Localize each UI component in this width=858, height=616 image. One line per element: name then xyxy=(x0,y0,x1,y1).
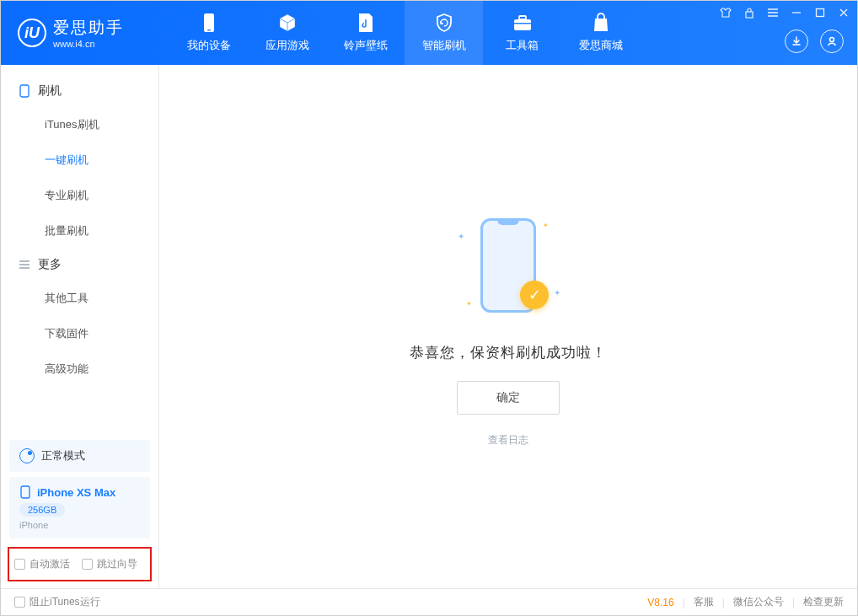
shopping-bag-icon xyxy=(591,13,611,33)
sidebar: 刷机 iTunes刷机 一键刷机 专业刷机 批量刷机 更多 其他工具 下载固件 … xyxy=(1,65,159,588)
normal-mode-icon xyxy=(19,448,35,463)
checkbox-auto-activate[interactable]: 自动激活 xyxy=(14,557,70,571)
support-link[interactable]: 客服 xyxy=(694,595,714,609)
view-log-link[interactable]: 查看日志 xyxy=(488,433,528,447)
more-icon xyxy=(18,258,31,271)
flash-options-row: 自动激活 跳过向导 xyxy=(8,547,152,581)
window-controls xyxy=(719,6,850,19)
footer-right: V8.16 | 客服 | 微信公众号 | 检查更新 xyxy=(647,595,844,609)
check-update-link[interactable]: 检查更新 xyxy=(803,595,844,609)
checkbox-skip-guide[interactable]: 跳过向导 xyxy=(82,557,137,571)
sparkle-icon: ✦ xyxy=(554,288,560,297)
sparkle-icon: ✦ xyxy=(466,300,472,308)
tab-apps-games[interactable]: 应用游戏 xyxy=(248,1,326,65)
checkbox-icon xyxy=(14,597,25,608)
sidebar-group-flash: 刷机 xyxy=(1,75,158,107)
checkmark-badge-icon: ✓ xyxy=(520,281,549,309)
svg-rect-2 xyxy=(514,19,531,30)
tab-ringtone-wallpaper[interactable]: 铃声壁纸 xyxy=(326,1,405,65)
tab-toolbox[interactable]: 工具箱 xyxy=(483,1,561,65)
device-name: iPhone XS Max xyxy=(37,486,115,499)
checkbox-icon xyxy=(14,559,25,570)
sidebar-item-download-firmware[interactable]: 下载固件 xyxy=(1,316,158,351)
tab-label: 工具箱 xyxy=(506,38,539,53)
divider: | xyxy=(683,597,685,608)
tab-label: 爱思商城 xyxy=(579,38,623,53)
wechat-link[interactable]: 微信公众号 xyxy=(733,595,784,609)
sidebar-group-more: 更多 xyxy=(1,249,158,281)
divider: | xyxy=(722,597,725,608)
device-storage-badge: 256GB xyxy=(19,503,65,517)
device-mode-row[interactable]: 正常模式 xyxy=(9,440,150,472)
checkbox-block-itunes[interactable]: 阻止iTunes运行 xyxy=(14,595,100,609)
success-illustration: ✦ ✦ ✦ ✦ ✓ xyxy=(432,206,584,324)
device-type: iPhone xyxy=(19,520,140,530)
shield-refresh-icon xyxy=(434,13,454,33)
user-icon[interactable] xyxy=(820,29,844,53)
lock-icon[interactable] xyxy=(743,6,756,19)
sidebar-item-advanced[interactable]: 高级功能 xyxy=(1,351,158,387)
app-name: 爱思助手 xyxy=(53,17,124,39)
app-logo-icon: iU xyxy=(18,19,46,47)
device-panel: 正常模式 iPhone XS Max 256GB iPhone xyxy=(9,440,150,538)
sidebar-item-onekey-flash[interactable]: 一键刷机 xyxy=(1,142,158,178)
body-area: 刷机 iTunes刷机 一键刷机 专业刷机 批量刷机 更多 其他工具 下载固件 … xyxy=(1,65,857,588)
footer-left: 阻止iTunes运行 xyxy=(14,595,100,609)
sidebar-item-batch-flash[interactable]: 批量刷机 xyxy=(1,213,158,249)
tab-my-device[interactable]: 我的设备 xyxy=(169,1,248,65)
tab-label: 智能刷机 xyxy=(422,38,466,53)
tab-smart-flash[interactable]: 智能刷机 xyxy=(405,1,483,65)
tab-label: 铃声壁纸 xyxy=(344,38,388,53)
logo-area: iU 爱思助手 www.i4.cn xyxy=(1,17,169,49)
version-label: V8.16 xyxy=(647,597,673,608)
checkbox-label: 跳过向导 xyxy=(97,557,137,571)
logo-text: 爱思助手 www.i4.cn xyxy=(53,17,124,49)
download-icon[interactable] xyxy=(785,29,808,53)
sidebar-item-other-tools[interactable]: 其他工具 xyxy=(1,281,158,316)
main-content: ✦ ✦ ✦ ✦ ✓ 恭喜您，保资料刷机成功啦！ 确定 查看日志 xyxy=(159,65,857,588)
cube-icon xyxy=(277,13,298,33)
toolbox-icon xyxy=(512,13,533,33)
svg-rect-6 xyxy=(746,12,753,18)
group-title: 更多 xyxy=(38,257,62,272)
device-row[interactable]: iPhone XS Max 256GB iPhone xyxy=(9,477,150,538)
app-url: www.i4.cn xyxy=(53,39,124,49)
device-icon xyxy=(199,13,219,33)
checkbox-label: 自动激活 xyxy=(29,557,70,571)
maximize-icon[interactable] xyxy=(813,6,827,19)
divider: | xyxy=(792,597,795,608)
close-icon[interactable] xyxy=(837,6,850,19)
footer: 阻止iTunes运行 V8.16 | 客服 | 微信公众号 | 检查更新 xyxy=(1,588,857,615)
device-name-row: iPhone XS Max xyxy=(19,485,140,499)
svg-rect-9 xyxy=(21,486,29,498)
svg-rect-1 xyxy=(207,29,211,31)
ok-button[interactable]: 确定 xyxy=(457,381,560,415)
sidebar-item-pro-flash[interactable]: 专业刷机 xyxy=(1,178,158,213)
tab-label: 应用游戏 xyxy=(265,38,309,53)
success-message: 恭喜您，保资料刷机成功啦！ xyxy=(410,343,607,362)
minimize-icon[interactable] xyxy=(790,6,803,19)
tab-store[interactable]: 爱思商城 xyxy=(561,1,640,65)
sparkle-icon: ✦ xyxy=(543,222,549,229)
svg-rect-0 xyxy=(204,13,214,32)
checkbox-icon xyxy=(82,559,93,570)
phone-icon xyxy=(19,485,31,499)
svg-rect-3 xyxy=(519,16,526,19)
shirt-icon[interactable] xyxy=(719,6,732,19)
svg-rect-7 xyxy=(817,9,824,17)
group-title: 刷机 xyxy=(38,83,62,99)
svg-rect-4 xyxy=(514,23,531,24)
app-header: iU 爱思助手 www.i4.cn 我的设备 应用游戏 铃声壁纸 智能刷机 工具… xyxy=(1,1,857,65)
svg-rect-8 xyxy=(20,85,29,97)
sparkle-icon: ✦ xyxy=(458,232,464,241)
sidebar-list: 刷机 iTunes刷机 一键刷机 专业刷机 批量刷机 更多 其他工具 下载固件 … xyxy=(1,65,158,440)
header-right-icons xyxy=(785,29,844,53)
menu-icon[interactable] xyxy=(766,6,780,19)
sidebar-item-itunes-flash[interactable]: iTunes刷机 xyxy=(1,107,158,142)
music-file-icon xyxy=(356,13,376,33)
device-mode-label: 正常模式 xyxy=(41,448,85,463)
phone-flash-icon xyxy=(18,84,31,98)
checkbox-label: 阻止iTunes运行 xyxy=(29,595,100,609)
nav-tabs: 我的设备 应用游戏 铃声壁纸 智能刷机 工具箱 爱思商城 xyxy=(169,1,640,65)
svg-point-5 xyxy=(830,38,834,42)
